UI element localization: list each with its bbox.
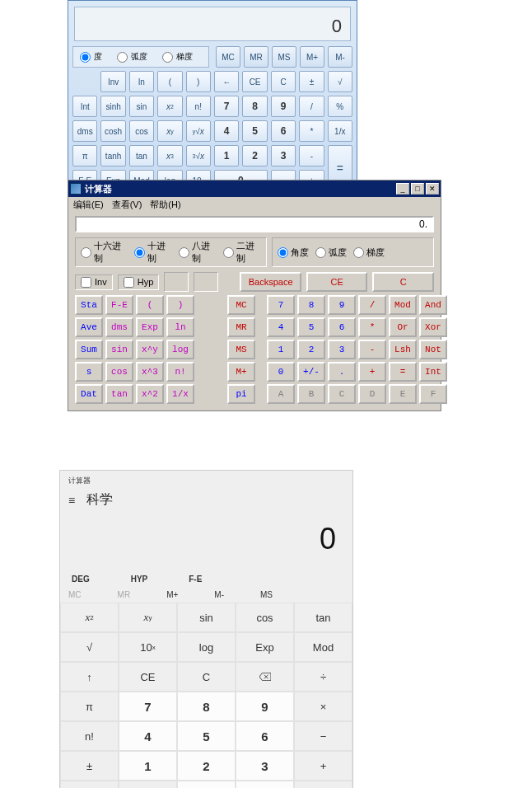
key-dms[interactable]: dms bbox=[105, 317, 133, 337]
key-B[interactable]: B bbox=[297, 384, 325, 404]
angle-deg[interactable]: 度 bbox=[80, 50, 102, 63]
key-cosh[interactable]: cosh bbox=[100, 120, 125, 142]
key-tanh[interactable]: tanh bbox=[100, 145, 125, 167]
key-π[interactable]: π bbox=[60, 692, 119, 721]
key--[interactable]: - bbox=[299, 145, 324, 167]
key-D[interactable]: D bbox=[358, 384, 386, 404]
key-Ave[interactable]: Ave bbox=[75, 317, 103, 337]
key-1[interactable]: 1 bbox=[214, 145, 239, 167]
key-ln[interactable]: ln bbox=[166, 317, 194, 337]
key-+/-[interactable]: +/- bbox=[297, 362, 325, 382]
hyp-checkbox[interactable]: Hyp bbox=[118, 274, 160, 290]
key-6[interactable]: 6 bbox=[271, 120, 296, 142]
key-F-E[interactable]: F-E bbox=[105, 295, 133, 315]
key-=[interactable]: = bbox=[389, 362, 417, 382]
key-And[interactable]: And bbox=[419, 295, 447, 315]
key-=[interactable]: = bbox=[294, 781, 352, 788]
key-([interactable]: ( bbox=[60, 781, 119, 788]
key-cos[interactable]: cos bbox=[129, 120, 154, 142]
key-MS[interactable]: MS bbox=[227, 340, 255, 359]
key-3[interactable]: 3 bbox=[236, 751, 294, 781]
key-9[interactable]: 9 bbox=[271, 96, 296, 117]
key-x^3[interactable]: x^3 bbox=[136, 362, 164, 382]
key-([interactable]: ( bbox=[136, 295, 164, 315]
maximize-button[interactable]: □ bbox=[411, 183, 424, 195]
mc-button[interactable]: MC bbox=[216, 46, 240, 68]
key-.[interactable]: . bbox=[236, 781, 294, 788]
key-9[interactable]: 9 bbox=[236, 692, 294, 721]
key-±[interactable]: ± bbox=[299, 71, 324, 92]
key-Sta[interactable]: Sta bbox=[75, 295, 103, 315]
key-dms[interactable]: dms bbox=[72, 120, 97, 142]
key-c[interactable]: C bbox=[271, 71, 296, 92]
key-([interactable]: ( bbox=[157, 71, 182, 92]
key-sin[interactable]: sin bbox=[105, 340, 133, 359]
key-/[interactable]: / bbox=[299, 96, 324, 117]
key-3[interactable]: 3 bbox=[328, 340, 356, 359]
key-0[interactable]: 0 bbox=[177, 781, 236, 788]
angle-grad[interactable]: 梯度 bbox=[353, 240, 385, 265]
angle-grad[interactable]: 梯度 bbox=[162, 50, 193, 63]
key-*[interactable]: * bbox=[358, 317, 386, 337]
key-3[interactable]: 3 bbox=[271, 145, 296, 167]
key-log[interactable]: log bbox=[177, 632, 236, 662]
key-8[interactable]: 8 bbox=[297, 295, 325, 315]
key-5[interactable]: 5 bbox=[177, 721, 236, 751]
key-7[interactable]: 7 bbox=[119, 692, 177, 721]
key-π[interactable]: π bbox=[72, 145, 97, 167]
key-MC[interactable]: MC bbox=[227, 295, 255, 315]
backspace-button[interactable]: Backspace bbox=[240, 272, 301, 292]
ce-button[interactable]: CE bbox=[306, 272, 368, 292]
key-Exp[interactable]: Exp bbox=[136, 317, 164, 337]
key-Int[interactable]: Int bbox=[72, 96, 97, 117]
key-4[interactable]: 4 bbox=[119, 721, 177, 751]
key-s[interactable]: s bbox=[75, 362, 103, 382]
key-x³[interactable]: x3 bbox=[157, 145, 182, 167]
key-5[interactable]: 5 bbox=[242, 120, 267, 142]
key-ʸ√x[interactable]: y√x bbox=[186, 120, 211, 142]
key-2[interactable]: 2 bbox=[242, 145, 267, 167]
key-7[interactable]: 7 bbox=[267, 295, 295, 315]
key-%[interactable]: % bbox=[328, 96, 352, 117]
key-×[interactable]: × bbox=[294, 692, 352, 721]
key-0[interactable]: 0 bbox=[267, 362, 295, 382]
key-Mod[interactable]: Mod bbox=[294, 632, 352, 662]
key-4[interactable]: 4 bbox=[214, 120, 239, 142]
key-2[interactable]: 2 bbox=[297, 340, 325, 359]
key-/[interactable]: / bbox=[358, 295, 386, 315]
key-↑[interactable]: ↑ bbox=[60, 662, 119, 692]
key-1/x[interactable]: 1/x bbox=[328, 120, 352, 142]
key-Or[interactable]: Or bbox=[389, 317, 417, 337]
mr-button[interactable]: MR bbox=[244, 46, 268, 68]
key-⌫[interactable] bbox=[236, 662, 294, 692]
key-8[interactable]: 8 bbox=[177, 692, 236, 721]
mplus-button[interactable]: M+ bbox=[166, 590, 178, 599]
key--[interactable]: - bbox=[358, 340, 386, 359]
key-4[interactable]: 4 bbox=[267, 317, 295, 337]
key-ln[interactable]: ln bbox=[129, 71, 154, 92]
deg-button[interactable]: DEG bbox=[72, 575, 90, 584]
key-C[interactable]: C bbox=[328, 384, 356, 404]
key-7[interactable]: 7 bbox=[214, 96, 239, 117]
hyp-button[interactable]: HYP bbox=[131, 575, 148, 584]
key-³√x[interactable]: 3√x bbox=[186, 145, 211, 167]
menu-edit[interactable]: 编辑(E) bbox=[73, 199, 104, 211]
key-cos[interactable]: cos bbox=[236, 603, 294, 632]
key-+[interactable]: + bbox=[358, 362, 386, 382]
close-button[interactable]: ✕ bbox=[426, 183, 439, 195]
key-√[interactable]: √ bbox=[328, 71, 352, 92]
key-Lsh[interactable]: Lsh bbox=[389, 340, 417, 359]
key-n![interactable]: n! bbox=[60, 721, 119, 751]
key-n![interactable]: n! bbox=[186, 96, 211, 117]
key-tan[interactable]: tan bbox=[105, 384, 133, 404]
key-)[interactable]: ) bbox=[119, 781, 177, 788]
key-5[interactable]: 5 bbox=[297, 317, 325, 337]
key-)[interactable]: ) bbox=[186, 71, 211, 92]
key-n![interactable]: n! bbox=[166, 362, 194, 382]
key-Mod[interactable]: Mod bbox=[389, 295, 417, 315]
key-inv[interactable]: Inv bbox=[100, 71, 125, 92]
minimize-button[interactable]: _ bbox=[396, 183, 409, 195]
menu-view[interactable]: 查看(V) bbox=[112, 199, 142, 211]
key-MR[interactable]: MR bbox=[227, 317, 255, 337]
key-ce[interactable]: CE bbox=[242, 71, 267, 92]
